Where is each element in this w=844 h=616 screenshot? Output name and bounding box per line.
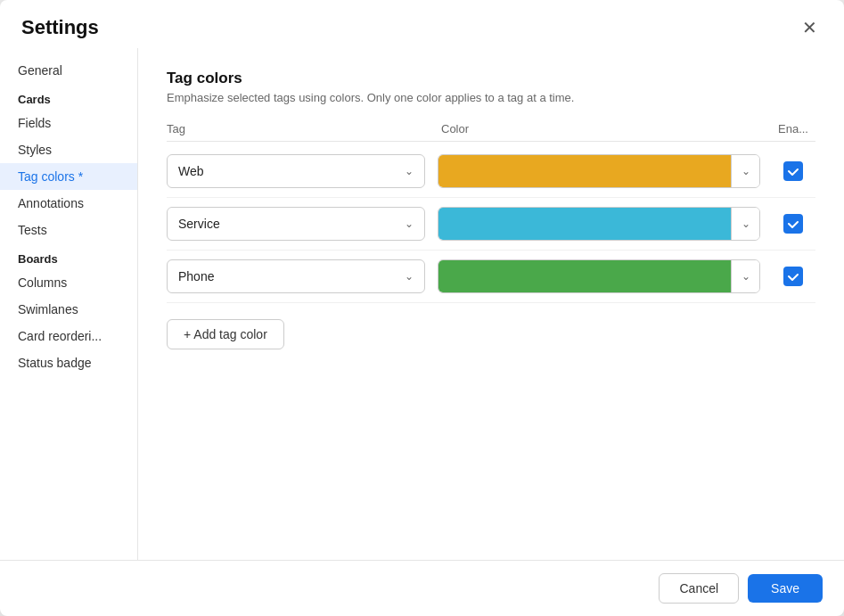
table-row: Service ⌄ ⌄ <box>167 198 815 251</box>
chevron-down-icon: ⌄ <box>405 270 414 283</box>
table-header: Tag Color Ena... <box>167 122 815 142</box>
checkmark-icon <box>787 165 799 177</box>
tag-dropdown-value-2: Phone <box>178 269 214 283</box>
dialog-header: Settings ✕ <box>0 0 844 48</box>
enabled-checkbox-0[interactable] <box>771 161 815 181</box>
sidebar-item-card-reordering[interactable]: Card reorderi... <box>0 323 137 349</box>
sidebar-item-tests[interactable]: Tests <box>0 217 137 243</box>
main-content: Tag colors Emphasize selected tags using… <box>138 48 844 560</box>
color-chevron-icon-0: ⌄ <box>731 155 759 187</box>
color-dropdown-2[interactable]: ⌄ <box>438 259 760 293</box>
sidebar-item-fields[interactable]: Fields <box>0 110 137 136</box>
col-header-tag: Tag <box>167 122 434 136</box>
tag-dropdown-1[interactable]: Service ⌄ <box>167 207 425 241</box>
table-row: Phone ⌄ ⌄ <box>167 251 815 303</box>
section-description: Emphasize selected tags using colors. On… <box>167 91 815 104</box>
sidebar-section-boards: Boards <box>0 243 137 269</box>
checkmark-icon <box>787 218 799 230</box>
chevron-down-icon: ⌄ <box>405 218 414 230</box>
color-swatch-2 <box>438 260 731 292</box>
save-button[interactable]: Save <box>748 574 823 603</box>
tag-dropdown-value-0: Web <box>178 164 204 178</box>
enabled-checkbox-1[interactable] <box>771 214 815 234</box>
sidebar-item-columns[interactable]: Columns <box>0 269 137 296</box>
enabled-checkbox-2[interactable] <box>771 267 815 286</box>
settings-dialog: Settings ✕ General Cards Fields Styles T… <box>0 0 844 616</box>
color-chevron-icon-1: ⌄ <box>731 208 759 240</box>
color-chevron-icon-2: ⌄ <box>731 260 759 292</box>
add-tag-color-button[interactable]: + Add tag color <box>167 319 284 349</box>
section-title: Tag colors <box>167 70 815 87</box>
tag-dropdown-2[interactable]: Phone ⌄ <box>167 259 425 293</box>
color-swatch-1 <box>438 208 731 240</box>
sidebar-item-styles[interactable]: Styles <box>0 136 137 163</box>
sidebar-section-cards: Cards <box>0 84 137 110</box>
close-button[interactable]: ✕ <box>797 17 823 38</box>
dialog-title: Settings <box>21 16 99 39</box>
sidebar-item-general[interactable]: General <box>0 57 137 84</box>
color-dropdown-1[interactable]: ⌄ <box>438 207 760 241</box>
sidebar-item-status-badge[interactable]: Status badge <box>0 349 137 376</box>
tag-dropdown-0[interactable]: Web ⌄ <box>167 154 425 188</box>
chevron-down-icon: ⌄ <box>405 165 414 177</box>
col-header-enabled: Ena... <box>771 122 815 136</box>
sidebar-item-annotations[interactable]: Annotations <box>0 190 137 217</box>
col-header-color: Color <box>434 122 771 136</box>
sidebar-item-tag-colors[interactable]: Tag colors * <box>0 163 137 190</box>
tag-dropdown-value-1: Service <box>178 217 220 231</box>
sidebar-item-swimlanes[interactable]: Swimlanes <box>0 296 137 323</box>
sidebar: General Cards Fields Styles Tag colors *… <box>0 48 138 560</box>
table-row: Web ⌄ ⌄ <box>167 145 815 198</box>
cancel-button[interactable]: Cancel <box>659 573 739 604</box>
dialog-footer: Cancel Save <box>0 560 844 616</box>
dialog-body: General Cards Fields Styles Tag colors *… <box>0 48 844 560</box>
color-dropdown-0[interactable]: ⌄ <box>438 154 760 188</box>
checkmark-icon <box>787 270 799 283</box>
color-swatch-0 <box>438 155 731 187</box>
